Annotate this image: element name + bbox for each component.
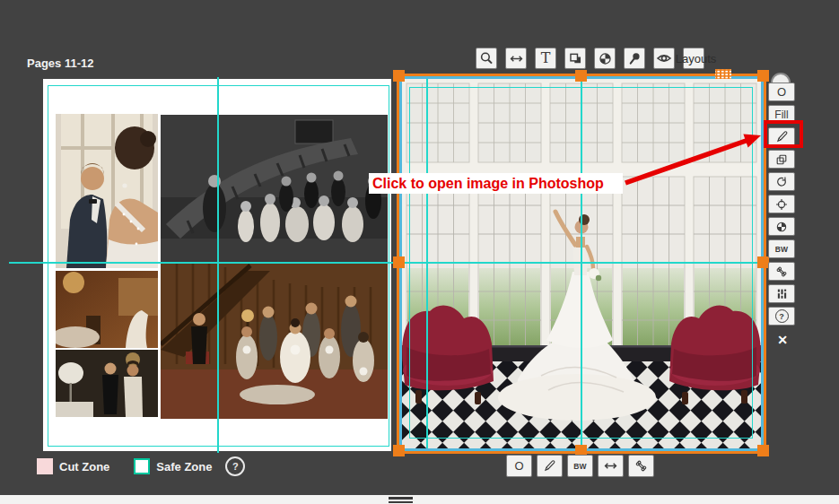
selection-handle-top-left[interactable]	[393, 70, 405, 82]
pencil-icon	[542, 458, 557, 474]
text-icon: T	[541, 51, 551, 65]
center-target-button[interactable]	[768, 195, 795, 213]
selection-handle-top-right[interactable]	[757, 70, 769, 82]
duplicate-icon	[567, 50, 584, 67]
contrast-circle-icon	[774, 220, 789, 234]
sliders-icon	[775, 287, 789, 300]
selection-handle-bottom-right[interactable]	[757, 445, 769, 456]
bottom-panel-divider	[0, 495, 839, 504]
contrast-button[interactable]	[768, 217, 795, 236]
selection-border-inner	[399, 76, 764, 451]
contrast-tool-button[interactable]	[594, 48, 616, 69]
canvas: Pages 11-12	[0, 0, 839, 504]
layouts-label: Layouts	[676, 52, 717, 65]
pin-tool-button[interactable]	[624, 48, 645, 69]
zoom-tool-button[interactable]	[476, 48, 497, 69]
stroke-oval-label: O	[777, 85, 786, 99]
horizontal-arrow-icon	[602, 457, 619, 474]
annotation-highlight-box	[764, 120, 803, 148]
bottom-toolbar: O BW	[506, 455, 654, 477]
selection-drag-handle[interactable]	[715, 69, 731, 79]
rotate-icon	[774, 175, 789, 189]
edit-in-photoshop-button-bottom[interactable]	[537, 455, 563, 477]
pin-icon	[626, 50, 643, 67]
stroke-oval-label: O	[514, 459, 523, 473]
selection-handle-bottom-left[interactable]	[393, 445, 405, 456]
black-white-button[interactable]: BW	[768, 239, 795, 258]
width-tool-button-bottom[interactable]	[598, 455, 624, 477]
help-icon: ?	[775, 309, 789, 323]
safe-zone-label: Safe Zone	[156, 460, 212, 474]
help-button[interactable]: ?	[768, 307, 795, 326]
horizontal-arrow-icon	[508, 50, 525, 67]
stroke-oval-button[interactable]: O	[768, 83, 795, 101]
annotation-text: Click to open image in Photoshop	[369, 176, 604, 192]
panel-drag-handle[interactable]	[389, 497, 413, 504]
close-sidebar-button[interactable]: ✕	[769, 333, 796, 347]
width-tool-button[interactable]	[505, 48, 527, 69]
bone-icon	[774, 265, 789, 279]
center-guide-vertical-left	[217, 77, 219, 453]
pages-label: Pages 11-12	[27, 56, 93, 70]
image-tool-sidebar: O Fill	[768, 83, 795, 326]
duplicate-icon	[774, 152, 789, 167]
zone-legend: Cut Zone Safe Zone ?	[37, 456, 245, 476]
bw-label: BW	[775, 245, 789, 254]
duplicate-tool-button[interactable]	[564, 48, 586, 69]
eye-icon	[655, 49, 673, 67]
magnifier-icon	[478, 50, 495, 67]
zone-help-icon[interactable]: ?	[225, 456, 245, 476]
fill-label: Fill	[774, 109, 788, 121]
bone-retouch-button-bottom[interactable]	[628, 455, 654, 477]
stroke-oval-button-bottom[interactable]: O	[506, 455, 532, 477]
duplicate-image-button[interactable]	[768, 150, 795, 169]
cut-zone-swatch	[37, 458, 53, 474]
bw-label: BW	[573, 462, 587, 471]
adjustments-button[interactable]	[768, 284, 795, 303]
bone-retouch-button[interactable]	[768, 262, 795, 281]
safe-zone-swatch	[134, 458, 150, 474]
safe-zone-guide-left	[48, 85, 389, 447]
layouts-button[interactable]: Layouts	[683, 48, 704, 69]
selection-handle-middle-left[interactable]	[393, 256, 405, 268]
visibility-tool-button[interactable]	[653, 48, 675, 69]
contrast-circle-icon	[597, 50, 614, 67]
bone-icon	[634, 458, 649, 474]
annotation-box: Click to open image in Photoshop	[369, 173, 623, 194]
selection-handle-top-middle[interactable]	[575, 70, 587, 82]
text-tool-button[interactable]: T	[535, 48, 556, 69]
crosshair-icon	[774, 197, 789, 212]
cut-zone-label: Cut Zone	[59, 460, 109, 474]
rotate-button[interactable]	[768, 172, 795, 191]
top-toolbar: T	[476, 48, 704, 69]
black-white-button-bottom[interactable]: BW	[567, 455, 593, 477]
